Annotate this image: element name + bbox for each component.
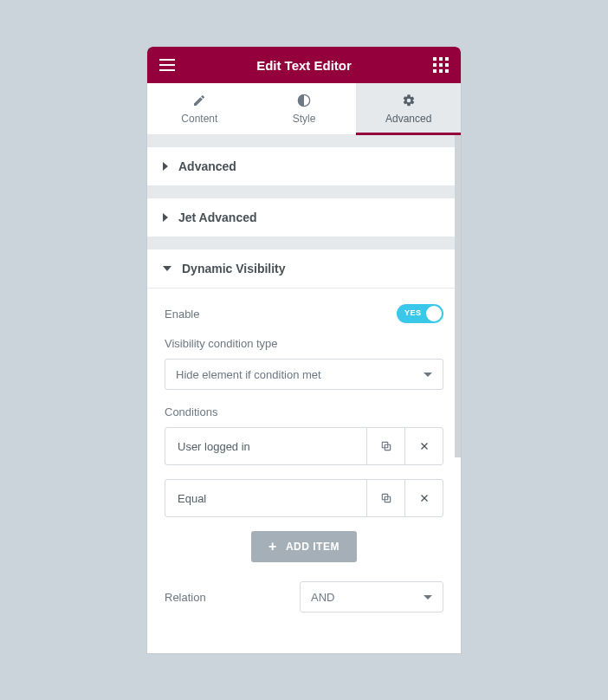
tab-content[interactable]: Content — [147, 83, 252, 134]
accordion-dynamic-visibility[interactable]: Dynamic Visibility — [147, 250, 461, 288]
panel-title: Edit Text Editor — [256, 58, 352, 73]
tab-label: Content — [181, 113, 217, 125]
toggle-knob — [426, 306, 442, 321]
enable-row: Enable YES — [165, 304, 443, 323]
select-value: Hide element if condition met — [176, 368, 321, 381]
condition-item: Equal — [165, 479, 443, 517]
panel-tabs: Content Style Advanced — [147, 83, 461, 135]
plus-icon: + — [268, 539, 277, 554]
add-item-label: ADD ITEM — [286, 541, 340, 553]
condition-item: User logged in — [165, 427, 443, 465]
relation-label: Relation — [165, 591, 206, 604]
condition-label[interactable]: User logged in — [165, 428, 366, 464]
relation-row: Relation AND — [165, 581, 443, 619]
accordion-label: Dynamic Visibility — [182, 262, 286, 275]
conditions-label: Conditions — [165, 405, 443, 418]
visibility-type-select[interactable]: Hide element if condition met — [165, 359, 443, 390]
spacer — [147, 237, 461, 250]
chevron-down-icon — [424, 595, 432, 600]
accordion-label: Jet Advanced — [178, 211, 257, 224]
visibility-type-label: Visibility condition type — [165, 337, 443, 350]
chevron-down-icon — [424, 373, 432, 377]
contrast-icon — [297, 94, 311, 107]
tab-label: Advanced — [385, 113, 431, 125]
pencil-icon — [192, 94, 206, 107]
conditions-block: Conditions User logged in Equal — [165, 405, 443, 562]
caret-right-icon — [163, 213, 168, 222]
menu-icon[interactable] — [159, 59, 175, 71]
accordion-advanced[interactable]: Advanced — [147, 147, 461, 186]
copy-icon — [380, 440, 392, 452]
remove-button[interactable] — [404, 480, 443, 516]
add-item-button[interactable]: + ADD ITEM — [251, 531, 357, 562]
tab-advanced[interactable]: Advanced — [356, 83, 461, 134]
duplicate-button[interactable] — [366, 480, 404, 516]
caret-down-icon — [163, 266, 171, 271]
spacer — [147, 135, 461, 147]
close-icon — [418, 440, 430, 452]
panel-header: Edit Text Editor — [147, 47, 461, 83]
spacer — [147, 186, 461, 198]
tab-label: Style — [293, 113, 316, 125]
accordion-jet-advanced[interactable]: Jet Advanced — [147, 198, 461, 237]
duplicate-button[interactable] — [366, 428, 404, 464]
apps-grid-icon[interactable] — [433, 57, 449, 73]
relation-select[interactable]: AND — [300, 581, 443, 612]
condition-label[interactable]: Equal — [165, 480, 366, 516]
dynamic-visibility-section: Enable YES Visibility condition type Hid… — [147, 288, 461, 628]
tab-style[interactable]: Style — [252, 83, 357, 134]
copy-icon — [380, 492, 392, 504]
scrollbar[interactable] — [455, 135, 461, 457]
elementor-panel: Edit Text Editor Content Style Advanced … — [147, 47, 461, 653]
close-icon — [418, 492, 430, 504]
select-value: AND — [311, 591, 334, 604]
gear-icon — [402, 94, 416, 107]
enable-toggle[interactable]: YES — [397, 304, 443, 323]
accordion-label: Advanced — [178, 159, 236, 173]
enable-label: Enable — [165, 308, 199, 321]
panel-body: Advanced Jet Advanced Dynamic Visibility… — [147, 135, 461, 653]
toggle-text: YES — [404, 308, 422, 317]
caret-right-icon — [163, 162, 168, 171]
remove-button[interactable] — [404, 428, 443, 464]
